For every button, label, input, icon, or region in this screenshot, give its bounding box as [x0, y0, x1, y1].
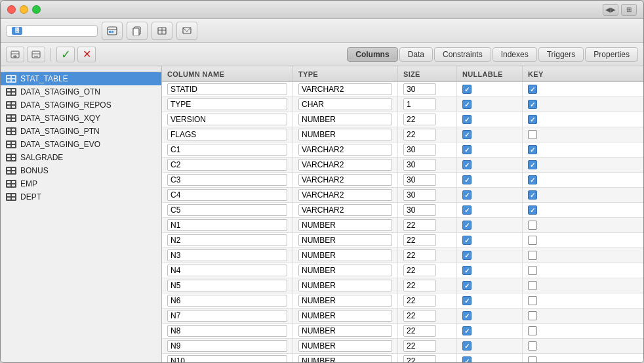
column-name-input[interactable]	[167, 310, 287, 322]
nullable-checkbox[interactable]	[462, 296, 472, 305]
sidebar-item-bonus[interactable]: BONUS	[1, 164, 161, 177]
type-input[interactable]	[298, 98, 392, 110]
nullable-checkbox[interactable]	[462, 160, 472, 169]
column-name-input[interactable]	[167, 249, 287, 261]
expand-button[interactable]: ⊞	[621, 4, 637, 16]
column-name-input[interactable]	[167, 114, 287, 125]
type-input[interactable]	[298, 204, 392, 216]
key-checkbox[interactable]	[528, 175, 537, 184]
type-input[interactable]	[298, 295, 392, 307]
type-input[interactable]	[298, 83, 392, 95]
type-input[interactable]	[298, 325, 392, 337]
key-checkbox[interactable]	[528, 221, 537, 230]
key-checkbox[interactable]	[528, 266, 537, 275]
size-input[interactable]	[403, 159, 436, 171]
nullable-checkbox[interactable]	[462, 205, 472, 215]
tab-columns[interactable]: Columns	[347, 47, 397, 62]
type-input[interactable]	[298, 280, 392, 291]
size-input[interactable]	[403, 189, 436, 201]
sidebar-item-stat-table[interactable]: STAT_TABLE	[1, 72, 161, 85]
nullable-checkbox[interactable]	[462, 190, 472, 200]
key-checkbox[interactable]	[528, 85, 537, 94]
column-name-input[interactable]	[167, 340, 287, 352]
nullable-checkbox[interactable]	[462, 145, 472, 154]
key-checkbox[interactable]	[528, 145, 537, 154]
confirm-button[interactable]: ✓	[56, 47, 75, 62]
size-input[interactable]	[403, 98, 436, 110]
table-button[interactable]	[151, 22, 172, 40]
sidebar-item-data-staging-otn[interactable]: DATA_STAGING_OTN	[1, 85, 161, 98]
column-name-input[interactable]	[167, 295, 287, 307]
column-name-input[interactable]	[167, 98, 287, 110]
key-checkbox[interactable]	[528, 115, 537, 124]
size-input[interactable]	[403, 310, 436, 322]
type-input[interactable]	[298, 114, 392, 125]
type-input[interactable]	[298, 340, 392, 352]
column-name-input[interactable]	[167, 265, 287, 276]
type-input[interactable]	[298, 265, 392, 276]
column-name-input[interactable]	[167, 189, 287, 201]
key-checkbox[interactable]	[528, 326, 537, 335]
sidebar-item-data-staging-xqy[interactable]: DATA_STAGING_XQY	[1, 112, 161, 125]
key-checkbox[interactable]	[528, 160, 537, 169]
sidebar-item-data-staging-ptn[interactable]: DATA_STAGING_PTN	[1, 125, 161, 138]
size-input[interactable]	[403, 114, 436, 125]
size-input[interactable]	[403, 234, 436, 246]
key-checkbox[interactable]	[528, 311, 537, 320]
nullable-checkbox[interactable]	[462, 311, 472, 320]
nullable-checkbox[interactable]	[462, 326, 472, 335]
column-name-input[interactable]	[167, 219, 287, 231]
nullable-checkbox[interactable]	[462, 100, 472, 109]
tab-indexes[interactable]: Indexes	[493, 47, 537, 62]
tab-constraints[interactable]: Constraints	[434, 47, 491, 62]
size-input[interactable]	[403, 295, 436, 307]
type-input[interactable]	[298, 189, 392, 201]
add-row-button[interactable]	[6, 47, 24, 62]
key-checkbox[interactable]	[528, 190, 537, 200]
size-input[interactable]	[403, 249, 436, 261]
size-input[interactable]	[403, 174, 436, 186]
nullable-checkbox[interactable]	[462, 356, 472, 362]
key-checkbox[interactable]	[528, 251, 537, 260]
key-checkbox[interactable]	[528, 281, 537, 290]
column-name-input[interactable]	[167, 325, 287, 337]
type-input[interactable]	[298, 159, 392, 171]
nullable-checkbox[interactable]	[462, 281, 472, 290]
column-name-input[interactable]	[167, 204, 287, 216]
size-input[interactable]	[403, 219, 436, 231]
nullable-checkbox[interactable]	[462, 221, 472, 230]
column-name-input[interactable]	[167, 159, 287, 171]
sidebar-item-data-staging-evo[interactable]: DATA_STAGING_EVO	[1, 138, 161, 151]
nav-back-forward[interactable]: ◀▶	[603, 4, 618, 16]
db-connection-label[interactable]: 🗄	[6, 25, 98, 37]
remove-row-button[interactable]	[27, 47, 45, 62]
nullable-checkbox[interactable]	[462, 175, 472, 184]
nullable-checkbox[interactable]	[462, 130, 472, 139]
cancel-button[interactable]: ✕	[77, 47, 96, 62]
type-input[interactable]	[298, 144, 392, 156]
size-input[interactable]	[403, 83, 436, 95]
tab-data[interactable]: Data	[399, 47, 433, 62]
key-checkbox[interactable]	[528, 236, 537, 245]
column-name-input[interactable]	[167, 129, 287, 140]
type-input[interactable]	[298, 249, 392, 261]
mail-button[interactable]	[176, 22, 197, 40]
minimize-button[interactable]	[20, 5, 28, 14]
key-checkbox[interactable]	[528, 296, 537, 305]
size-input[interactable]	[403, 204, 436, 216]
type-input[interactable]	[298, 234, 392, 246]
sidebar-item-emp[interactable]: EMP	[1, 177, 161, 190]
maximize-button[interactable]	[32, 5, 41, 14]
column-name-input[interactable]	[167, 280, 287, 291]
close-button[interactable]	[7, 5, 16, 14]
sidebar-item-data-staging-repos[interactable]: DATA_STAGING_REPOS	[1, 98, 161, 112]
tab-properties[interactable]: Properties	[585, 47, 638, 62]
key-checkbox[interactable]	[528, 130, 537, 139]
size-input[interactable]	[403, 265, 436, 276]
tab-triggers[interactable]: Triggers	[538, 47, 584, 62]
nullable-checkbox[interactable]	[462, 236, 472, 245]
size-input[interactable]	[403, 325, 436, 337]
key-checkbox[interactable]	[528, 341, 537, 351]
copy-button[interactable]	[127, 22, 148, 40]
nullable-checkbox[interactable]	[462, 85, 472, 94]
